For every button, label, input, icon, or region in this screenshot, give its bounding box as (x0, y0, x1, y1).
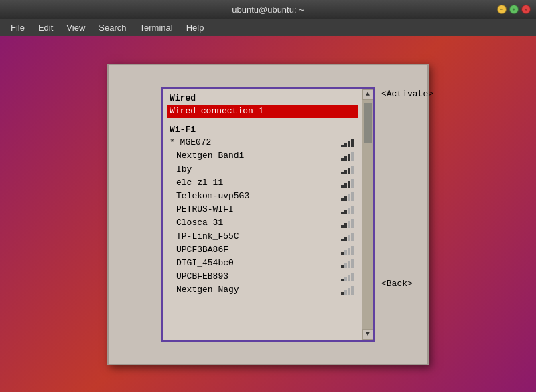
svg-rect-11 (351, 166, 354, 174)
signal-icon-upcbfeb893 (340, 272, 356, 281)
wifi-elc-zl-11-label: elc_zl_11 (176, 178, 340, 188)
svg-rect-10 (348, 168, 350, 174)
main-area: Wired Wired connection 1 Wi-Fi * MGE072 (0, 36, 536, 392)
signal-icon-tp-link (340, 232, 356, 241)
wifi-section-header: Wi-Fi (167, 123, 358, 136)
svg-rect-3 (351, 139, 354, 147)
maximize-button[interactable]: + (509, 5, 519, 14)
svg-rect-45 (344, 290, 347, 295)
signal-icon-petrus (340, 205, 356, 214)
menu-search[interactable]: Search (93, 21, 131, 34)
signal-icon-mge072 (340, 138, 356, 147)
wired-connection-label: Wired connection 1 (170, 106, 356, 116)
svg-rect-21 (344, 210, 347, 214)
wifi-digi-label: DIGI_454bc0 (176, 258, 340, 268)
svg-rect-40 (341, 279, 344, 281)
network-item-iby[interactable]: Iby (167, 163, 358, 176)
svg-rect-26 (348, 221, 350, 228)
svg-rect-43 (351, 273, 354, 281)
action-buttons: <Activate> <Back> (381, 89, 433, 289)
svg-rect-20 (341, 212, 344, 214)
svg-rect-35 (351, 246, 354, 255)
network-item-nextgen-bandi[interactable]: Nextgen_Bandi (167, 149, 358, 163)
svg-rect-25 (344, 223, 347, 228)
svg-rect-28 (341, 239, 344, 241)
svg-rect-4 (341, 158, 344, 161)
minimize-button[interactable]: − (497, 5, 507, 14)
svg-rect-22 (348, 208, 350, 214)
network-item-digi[interactable]: DIGI_454bc0 (167, 257, 358, 270)
menu-view[interactable]: View (61, 21, 90, 34)
wifi-tp-link-label: TP-Link_F55C (176, 231, 340, 241)
svg-rect-13 (344, 183, 347, 188)
svg-rect-47 (351, 286, 354, 295)
signal-icon-closca (340, 218, 356, 228)
svg-rect-39 (351, 259, 354, 268)
terminal-window: Wired Wired connection 1 Wi-Fi * MGE072 (107, 64, 429, 365)
svg-rect-46 (348, 288, 350, 295)
svg-rect-36 (341, 265, 344, 268)
title-bar: ubuntu@ubuntu: ~ − + × (0, 0, 536, 19)
svg-rect-9 (344, 170, 347, 174)
scrollbar: ▲ ▼ (362, 89, 373, 340)
svg-rect-41 (344, 277, 347, 281)
svg-rect-7 (351, 152, 354, 161)
network-item-wired-1[interactable]: Wired connection 1 (167, 105, 358, 118)
svg-rect-34 (348, 248, 350, 255)
network-list: Wired Wired connection 1 Wi-Fi * MGE072 (163, 89, 362, 340)
svg-rect-1 (344, 143, 347, 147)
svg-rect-38 (348, 261, 350, 268)
activate-button[interactable]: <Activate> (381, 89, 433, 99)
svg-rect-6 (348, 154, 350, 161)
svg-rect-27 (351, 219, 354, 228)
wifi-upcf3ba86f-label: UPCF3BA86F (176, 245, 340, 255)
menu-edit[interactable]: Edit (33, 21, 58, 34)
close-button[interactable]: × (521, 5, 531, 14)
menu-bar: File Edit View Search Terminal Help (0, 19, 536, 36)
back-button[interactable]: <Back> (381, 279, 433, 289)
network-item-petrus[interactable]: PETRUS-WIFI (167, 203, 358, 216)
svg-rect-8 (341, 172, 344, 174)
svg-rect-12 (341, 185, 344, 188)
scroll-down-button[interactable]: ▼ (362, 329, 373, 340)
scroll-up-button[interactable]: ▲ (362, 89, 373, 100)
menu-file[interactable]: File (5, 21, 30, 34)
wifi-mge072-label: * MGE072 (170, 137, 340, 147)
wifi-nextgen-nagy-label: Nextgen_Nagy (176, 285, 340, 295)
network-item-nextgen-nagy[interactable]: Nextgen_Nagy (167, 283, 358, 297)
wired-section-header: Wired (167, 92, 358, 105)
svg-rect-23 (351, 206, 354, 214)
network-item-closca[interactable]: Closca_31 (167, 216, 358, 230)
network-item-mge072[interactable]: * MGE072 (167, 136, 358, 149)
svg-rect-5 (344, 156, 347, 161)
menu-terminal[interactable]: Terminal (135, 21, 178, 34)
svg-rect-42 (348, 275, 350, 281)
svg-rect-30 (348, 235, 350, 241)
network-item-telekom[interactable]: Telekom-uvp5G3 (167, 190, 358, 203)
signal-icon-iby (340, 165, 356, 174)
wifi-nextgen-bandi-label: Nextgen_Bandi (176, 151, 340, 161)
wifi-closca-label: Closca_31 (176, 218, 340, 228)
wifi-telekom-label: Telekom-uvp5G3 (176, 191, 340, 201)
nm-dialog: Wired Wired connection 1 Wi-Fi * MGE072 (161, 87, 375, 342)
signal-icon-elc-zl-11 (340, 178, 356, 188)
scroll-thumb[interactable] (364, 103, 372, 143)
svg-rect-24 (341, 225, 344, 228)
wifi-upcbfeb893-label: UPCBFEB893 (176, 271, 340, 281)
svg-rect-14 (348, 181, 350, 188)
network-item-tp-link[interactable]: TP-Link_F55C (167, 230, 358, 243)
signal-icon-upcf3ba86f (340, 245, 356, 255)
signal-icon-telekom (340, 192, 356, 201)
svg-rect-33 (344, 250, 347, 255)
network-item-upcf3ba86f[interactable]: UPCF3BA86F (167, 243, 358, 257)
svg-rect-29 (344, 237, 347, 241)
signal-icon-nextgen-bandi (340, 151, 356, 161)
network-item-elc-zl-11[interactable]: elc_zl_11 (167, 176, 358, 190)
network-item-upcbfeb893[interactable]: UPCBFEB893 (167, 270, 358, 283)
window-controls: − + × (497, 5, 531, 14)
menu-help[interactable]: Help (181, 21, 210, 34)
window-title: ubuntu@ubuntu: ~ (232, 5, 304, 15)
signal-icon-digi (340, 259, 356, 268)
network-list-container: Wired Wired connection 1 Wi-Fi * MGE072 (163, 89, 373, 340)
svg-rect-31 (351, 233, 354, 241)
